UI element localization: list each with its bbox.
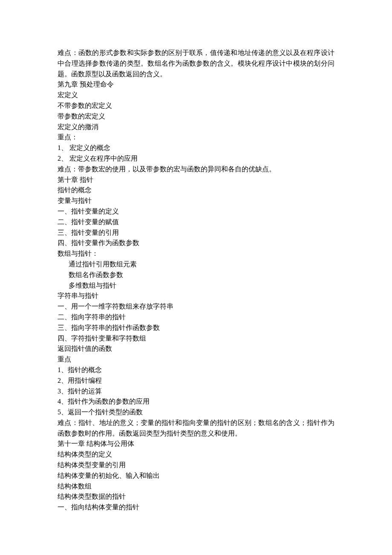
text-line: 四、字符指针变量和字符数组 [58, 333, 334, 344]
text-line: 不带参数的宏定义 [58, 101, 334, 111]
text-line: 结构体数组 [58, 481, 334, 492]
text-line: 3、指针的运算 [58, 386, 334, 397]
text-line: 第九章 预处理命令 [58, 79, 334, 90]
text-line: 重点 [58, 354, 334, 365]
text-line: 二、指向字符串的指针 [58, 312, 334, 323]
document-content: 难点：函数的形式参数和实际参数的区别于联系，值传递和地址传递的意义以及在程序设计… [58, 48, 334, 513]
text-line: 结构体类型数据的指针 [58, 491, 334, 502]
text-line: 变量与指针 [58, 196, 334, 206]
text-line: 结构体变量的初始化、输入和输出 [58, 471, 334, 481]
text-line: 返回指针值的函数 [58, 344, 334, 354]
document-page: 难点：函数的形式参数和实际参数的区别于联系，值传递和地址传递的意义以及在程序设计… [0, 0, 392, 555]
text-line: 指针的概念 [58, 185, 334, 196]
text-line: 第十章 指针 [58, 175, 334, 185]
text-line: 二、指针变量的赋值 [58, 217, 334, 228]
text-line: 数组名作函数参数 [58, 270, 334, 280]
text-line: 带参数的宏定义 [58, 111, 334, 122]
text-line: 1、指针的概念 [58, 365, 334, 376]
text-line: 2、 宏定义在程序中的应用 [58, 153, 334, 164]
text-line: 三、指向字符串的指针作函数参数 [58, 323, 334, 333]
text-line: 宏定义的撤消 [58, 122, 334, 133]
text-line: 数组与指针： [58, 249, 334, 259]
text-line: 难点：带参数宏的使用，以及带参数的宏与函数的异同和各自的优缺点。 [58, 164, 334, 175]
text-line: 1、 宏定义的概念 [58, 143, 334, 153]
text-line: 结构体类型变量的引用 [58, 460, 334, 471]
text-line: 难点：函数的形式参数和实际参数的区别于联系，值传递和地址传递的意义以及在程序设计… [58, 48, 334, 79]
text-line: 4、指针作为函数的参数的应用 [58, 396, 334, 407]
text-line: 字符串与指针 [58, 291, 334, 301]
text-line: 5、返回一个指针类型的函数 [58, 407, 334, 418]
text-line: 2、用指针编程 [58, 376, 334, 386]
text-line: 通过指针引用数组元素 [58, 259, 334, 270]
text-line: 结构体类型的定义 [58, 449, 334, 460]
text-line: 一、指针变量的定义 [58, 206, 334, 217]
text-line: 第十一章 结构体与公用体 [58, 439, 334, 449]
text-line: 一、用一个一维字符数组来存放字符串 [58, 301, 334, 312]
text-line: 四、指针变量作为函数参数 [58, 238, 334, 249]
text-line: 难点：指针、地址的意义；变量的指针和指向变量的指针的区别；数组名的含义；指针作为… [58, 418, 334, 439]
text-line: 多维数组与指针 [58, 280, 334, 291]
text-line: 三、指针变量的引用 [58, 228, 334, 238]
text-line: 重点： [58, 132, 334, 143]
text-line: 一、指向结构体变量的指针 [58, 502, 334, 513]
text-line: 宏定义 [58, 90, 334, 101]
